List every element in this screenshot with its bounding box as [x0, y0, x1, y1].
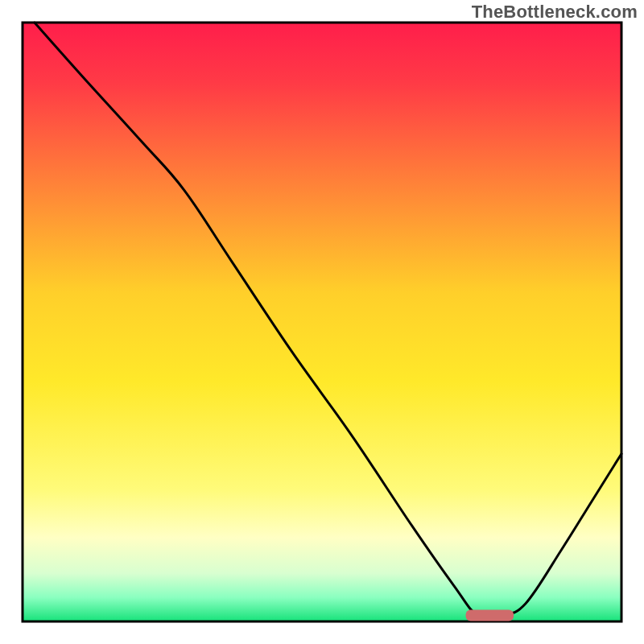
optimal-marker	[466, 610, 514, 621]
plot-background	[23, 23, 621, 621]
chart-container: TheBottleneck.com	[0, 0, 644, 644]
bottleneck-chart	[0, 0, 644, 644]
watermark-text: TheBottleneck.com	[472, 2, 638, 23]
